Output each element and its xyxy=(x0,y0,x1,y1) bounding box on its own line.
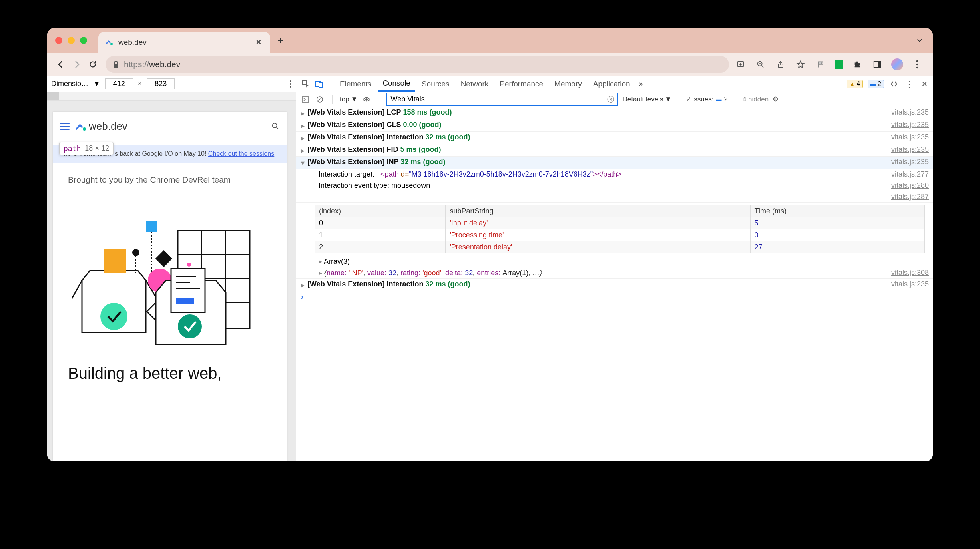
reload-button[interactable] xyxy=(86,57,100,72)
zoom-icon[interactable] xyxy=(755,58,767,70)
device-toolbar-more-icon[interactable] xyxy=(289,80,292,88)
log-object-row: ▸ {name: 'INP', value: 32, rating: 'good… xyxy=(296,267,933,279)
expand-arrow-icon[interactable]: ▸ xyxy=(319,257,322,265)
log-row: ▸ [Web Vitals Extension] Interaction 32 … xyxy=(296,279,933,291)
devtools-close-icon[interactable]: ✕ xyxy=(919,79,930,89)
expand-arrow-icon[interactable]: ▸ xyxy=(301,109,307,118)
close-window-button[interactable] xyxy=(55,37,62,44)
tab-memory[interactable]: Memory xyxy=(550,76,587,92)
bookmark-star-icon[interactable] xyxy=(795,58,807,70)
device-mode-pane: Dimensio… ▼ × web.dev xyxy=(47,76,296,461)
back-button[interactable] xyxy=(54,57,68,72)
source-link[interactable]: vitals.js:308 xyxy=(883,269,929,277)
svg-point-8 xyxy=(916,64,918,66)
height-input[interactable] xyxy=(147,78,175,89)
browser-menu-icon[interactable] xyxy=(911,58,923,70)
main-area: Dimensio… ▼ × web.dev xyxy=(47,76,933,461)
url-bar[interactable]: https://web.dev xyxy=(106,56,729,73)
tab-network[interactable]: Network xyxy=(456,76,494,92)
tab-performance[interactable]: Performance xyxy=(495,76,548,92)
issues-link[interactable]: 2 Issues: ▬2 xyxy=(686,95,728,103)
source-link[interactable]: vitals.js:235 xyxy=(883,108,929,117)
width-input[interactable] xyxy=(105,78,133,89)
console-settings-icon[interactable]: ⚙ xyxy=(773,95,779,103)
clear-console-icon[interactable] xyxy=(315,94,325,105)
warnings-badge[interactable]: ▲4 xyxy=(847,80,863,88)
devtools-menu-icon[interactable]: ⋮ xyxy=(904,79,914,89)
traffic-lights xyxy=(55,37,87,44)
expand-arrow-icon[interactable]: ▸ xyxy=(301,281,307,290)
expand-arrow-icon[interactable]: ▸ xyxy=(301,121,307,130)
sidepanel-icon[interactable] xyxy=(871,58,883,70)
hamburger-menu-icon[interactable] xyxy=(60,123,70,130)
tab-application[interactable]: Application xyxy=(588,76,635,92)
svg-point-36 xyxy=(187,263,191,267)
tab-list-chevron-icon[interactable] xyxy=(916,37,923,44)
svg-rect-6 xyxy=(878,62,880,68)
banner-link[interactable]: Check out the sessions xyxy=(208,150,274,157)
log-row: ▸ [Web Vitals Extension] FID 5 ms (good)… xyxy=(296,144,933,157)
dimensions-dropdown-icon[interactable]: ▼ xyxy=(93,80,100,88)
toolbar-right xyxy=(735,58,926,70)
inspect-element-icon[interactable] xyxy=(299,78,311,90)
log-levels-selector[interactable]: Default levels ▼ xyxy=(622,95,671,103)
live-expression-eye-icon[interactable] xyxy=(361,94,372,105)
expand-arrow-icon[interactable]: ▸ xyxy=(301,134,307,143)
source-link[interactable]: vitals.js:287 xyxy=(883,193,929,201)
log-detail-row: vitals.js:287 xyxy=(296,191,933,203)
console-prompt[interactable]: › xyxy=(296,291,933,303)
install-icon[interactable] xyxy=(735,58,747,70)
page-logo[interactable]: web.dev xyxy=(75,120,127,133)
new-tab-button[interactable] xyxy=(277,36,285,44)
tab-close-icon[interactable] xyxy=(256,39,262,46)
table-header: Time (ms) xyxy=(750,205,924,217)
hidden-messages-label[interactable]: 4 hidden xyxy=(743,95,769,103)
console-body: ▸ [Web Vitals Extension] LCP 158 ms (goo… xyxy=(296,107,933,461)
minimize-window-button[interactable] xyxy=(68,37,75,44)
profile-avatar[interactable] xyxy=(891,58,903,70)
console-sidebar-toggle-icon[interactable] xyxy=(300,94,311,105)
svg-point-42 xyxy=(365,98,368,101)
devtools-panel: Elements Console Sources Network Perform… xyxy=(296,76,933,461)
source-link[interactable]: vitals.js:235 xyxy=(883,145,929,154)
collapse-arrow-icon[interactable]: ▾ xyxy=(301,159,307,167)
source-link[interactable]: vitals.js:235 xyxy=(883,121,929,129)
extensions-puzzle-icon[interactable] xyxy=(851,58,863,70)
issues-badge[interactable]: ▬2 xyxy=(868,80,884,88)
source-link[interactable]: vitals.js:277 xyxy=(883,170,929,179)
more-tabs-icon[interactable]: » xyxy=(637,80,645,88)
svg-point-9 xyxy=(916,67,918,69)
source-link[interactable]: vitals.js:280 xyxy=(883,181,929,190)
page-search-icon[interactable] xyxy=(271,122,280,131)
source-link[interactable]: vitals.js:235 xyxy=(883,280,929,288)
extension-green-icon[interactable] xyxy=(835,60,843,69)
console-filter-input[interactable]: Web Vitals ⓧ xyxy=(386,93,618,106)
execution-context-selector[interactable]: top ▼ xyxy=(340,95,357,103)
source-link[interactable]: vitals.js:235 xyxy=(883,133,929,141)
flag-icon[interactable] xyxy=(815,58,827,70)
device-toggle-icon[interactable] xyxy=(313,78,325,90)
table-row: 0 'Input delay' 5 xyxy=(315,217,925,229)
table-header: (index) xyxy=(315,205,446,217)
browser-tab[interactable]: web.dev xyxy=(98,32,270,53)
source-link[interactable]: vitals.js:235 xyxy=(883,158,929,166)
expand-arrow-icon[interactable]: ▸ xyxy=(319,269,322,277)
tab-sources[interactable]: Sources xyxy=(417,76,454,92)
log-detail-row: Interaction target: <path d="M3 18h18v-2… xyxy=(296,169,933,180)
lock-icon xyxy=(113,61,119,68)
tab-console[interactable]: Console xyxy=(378,76,415,92)
share-icon[interactable] xyxy=(775,58,787,70)
log-row: ▸ [Web Vitals Extension] Interaction 32 … xyxy=(296,132,933,144)
table-row: 1 'Processing time' 0 xyxy=(315,229,925,241)
log-row-expanded: ▾ [Web Vitals Extension] INP 32 ms (good… xyxy=(296,157,933,169)
dimension-separator: × xyxy=(138,80,142,88)
log-row: ▸ [Web Vitals Extension] CLS 0.00 (good)… xyxy=(296,119,933,132)
page-logo-text: web.dev xyxy=(89,120,127,133)
devtools-settings-icon[interactable]: ⚙ xyxy=(889,79,899,89)
forward-button[interactable] xyxy=(70,57,84,72)
tab-elements[interactable]: Elements xyxy=(335,76,376,92)
log-detail-row: Interaction event type: mousedown vitals… xyxy=(296,180,933,191)
expand-arrow-icon[interactable]: ▸ xyxy=(301,146,307,155)
clear-filter-icon[interactable]: ⓧ xyxy=(607,95,614,104)
maximize-window-button[interactable] xyxy=(80,37,87,44)
